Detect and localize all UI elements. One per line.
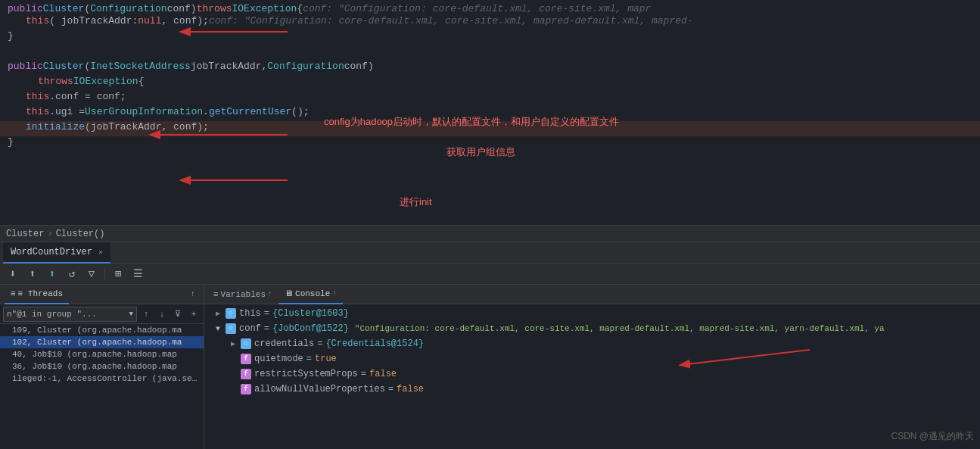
keyword: public: [8, 3, 43, 14]
var-credentials-eq: =: [317, 338, 322, 349]
toolbar-btn-download2[interactable]: ⬆: [24, 266, 41, 282]
variables-icon: ≡: [213, 290, 219, 299]
toolbar-btn-up[interactable]: ⬆: [44, 266, 61, 282]
thread-filter-down-btn[interactable]: ↓: [155, 307, 169, 321]
breadcrumb: Cluster › Cluster(): [0, 226, 980, 242]
var-this-expand[interactable]: ▶: [213, 309, 222, 318]
thread-item-40[interactable]: 40, Job$10 (org.apache.hadoop.map: [0, 348, 204, 360]
threads-panel: ≡ ≡ Threads ↑ n"@1 in group "... ▼ ↑ ↓ ⊽…: [0, 285, 204, 449]
code-line-3: }: [0, 30, 980, 45]
threads-tab-label: ≡ Threads: [18, 289, 63, 298]
code-line-2: this ( jobTrackAddr: null , conf); conf:…: [0, 15, 980, 30]
var-conf-extra: "Configuration: core-default.xml, core-s…: [355, 324, 885, 333]
thread-filter-dropdown[interactable]: n"@1 in group "... ▼: [3, 307, 137, 322]
dropdown-arrow-icon: ▼: [129, 310, 133, 318]
var-quietmode-icon: f: [241, 354, 251, 364]
breadcrumb-item-1: Cluster: [6, 229, 44, 239]
var-allownullvalueprops-value: false: [397, 384, 424, 394]
var-row-quietmode: ▶ f quietmode = true: [204, 351, 980, 366]
var-this-name: this: [239, 308, 261, 319]
var-conf-name: conf: [239, 323, 261, 334]
thread-list: 109, Cluster (org.apache.hadoop.ma 102, …: [0, 324, 204, 449]
toolbar-btn-list[interactable]: ☰: [129, 266, 146, 282]
this-keyword: this: [26, 15, 49, 27]
tab-bar: WordCountDriver ✕: [0, 242, 980, 263]
threads-panel-pin[interactable]: ↑: [187, 288, 199, 301]
var-credentials-icon: ○: [241, 338, 251, 349]
code-line-1: public Cluster ( Configuration conf) thr…: [0, 0, 980, 15]
thread-add-btn[interactable]: +: [187, 307, 201, 321]
tab-label: WordCountDriver: [11, 247, 92, 257]
toolbar-separator: [104, 268, 105, 280]
annotation-ugi: 获取用户组信息: [446, 145, 515, 159]
bottom-panel: ≡ ≡ Threads ↑ n"@1 in group "... ▼ ↑ ↓ ⊽…: [0, 285, 980, 449]
line1-comment: conf: "Configuration: core-default.xml, …: [303, 3, 651, 14]
var-this-icon: ○: [226, 308, 236, 319]
watermark: CSDN @遇见的昨天: [891, 430, 974, 443]
thread-item-ac[interactable]: ileged:-1, AccessController (java.secu: [0, 373, 204, 385]
var-allownullvalueprops-eq: =: [388, 384, 394, 394]
console-tab[interactable]: 🖥 Console ↑: [278, 285, 343, 304]
threads-tab[interactable]: ≡ ≡ Threads: [5, 285, 69, 304]
debug-toolbar: ⬇ ⬆ ⬆ ↺ ▽ ⊞ ☰: [0, 263, 980, 285]
thread-item-102[interactable]: 102, Cluster (org.apache.hadoop.ma: [0, 336, 204, 348]
annotation-config: config为hadoop启动时，默认的配置文件，和用户自定义的配置文件: [324, 115, 619, 129]
var-row-this: ▶ ○ this = {Cluster@1603}: [204, 306, 980, 321]
code-area: public Cluster ( Configuration conf) thr…: [0, 0, 980, 226]
var-credentials-name: credentials: [254, 338, 314, 349]
thread-item-36[interactable]: 36, Job$10 (org.apache.hadoop.map: [0, 360, 204, 373]
var-credentials-expand[interactable]: ▶: [229, 339, 238, 348]
var-quietmode-value: true: [315, 354, 337, 364]
toolbar-btn-download1[interactable]: ⬇: [5, 266, 21, 282]
toolbar-btn-filter[interactable]: ▽: [83, 266, 100, 282]
var-restrictsystemprops-icon: f: [241, 369, 251, 379]
threads-tab-icon: ≡: [11, 289, 16, 298]
code-line-5: public Cluster ( InetSocketAddress jobTr…: [0, 61, 980, 76]
var-credentials-value: {Credentials@1524}: [325, 338, 424, 349]
var-row-credentials: ▶ ○ credentials = {Credentials@1524}: [204, 336, 980, 351]
tab-wordcountdriver[interactable]: WordCountDriver ✕: [3, 242, 110, 263]
annotation-init: 进行init: [400, 195, 432, 209]
thread-item-109[interactable]: 109, Cluster (org.apache.hadoop.ma: [0, 324, 204, 336]
var-restrictsystemprops-name: restrictSystemProps: [254, 369, 358, 379]
threads-panel-header: ≡ ≡ Threads ↑: [0, 285, 204, 304]
toolbar-btn-reload[interactable]: ↺: [64, 266, 80, 282]
console-icon: 🖥: [285, 288, 293, 298]
console-tab-label: Console: [295, 289, 330, 298]
var-restrictsystemprops-value: false: [369, 369, 397, 379]
right-panel-tabs: ≡ Variables ↑ 🖥 Console ↑: [204, 285, 980, 304]
tab-close-button[interactable]: ✕: [98, 248, 103, 257]
code-line-7: this .conf = conf;: [0, 91, 980, 106]
var-this-value: {Cluster@1603}: [272, 308, 349, 319]
console-pin-icon: ↑: [332, 289, 337, 298]
variables-area: ▶ ○ this = {Cluster@1603} ▼ ○ conf = {Jo…: [204, 304, 980, 449]
thread-filter-value: n"@1 in group "...: [7, 310, 97, 319]
variables-console-panel: ≡ Variables ↑ 🖥 Console ↑ ▶ ○ this = {Cl…: [204, 285, 980, 449]
var-allownullvalueprops-icon: f: [241, 384, 251, 394]
toolbar-btn-grid[interactable]: ⊞: [110, 266, 126, 282]
var-quietmode-eq: =: [306, 354, 312, 364]
function-name: Cluster: [43, 3, 85, 14]
thread-filter-funnel-btn[interactable]: ⊽: [171, 307, 185, 321]
variables-tab-label: Variables: [221, 290, 266, 299]
code-line-6: throws IOException {: [0, 76, 980, 91]
variables-tab[interactable]: ≡ Variables ↑: [207, 285, 278, 304]
thread-filter-bar: n"@1 in group "... ▼ ↑ ↓ ⊽ +: [0, 304, 204, 324]
var-conf-eq: =: [264, 323, 269, 334]
breadcrumb-separator: ›: [47, 229, 52, 239]
var-row-conf: ▼ ○ conf = {JobConf@1522} "Configuration…: [204, 321, 980, 336]
var-row-allownullvalueprops: ▶ f allowNullValueProperties = false: [204, 382, 980, 397]
variables-pin-icon: ↑: [268, 290, 272, 298]
var-conf-expand[interactable]: ▼: [213, 324, 222, 333]
code-line-4: [0, 45, 980, 61]
var-conf-value: {JobConf@1522}: [272, 323, 349, 334]
var-quietmode-name: quietmode: [254, 354, 303, 364]
var-row-restrictsystemprops: ▶ f restrictSystemProps = false: [204, 366, 980, 382]
var-this-eq: =: [264, 308, 269, 319]
thread-filter-up-btn[interactable]: ↑: [139, 307, 153, 321]
breadcrumb-item-2: Cluster(): [56, 229, 105, 239]
var-allownullvalueprops-name: allowNullValueProperties: [254, 384, 385, 394]
var-restrictsystemprops-eq: =: [361, 369, 366, 379]
var-conf-icon: ○: [226, 323, 236, 334]
